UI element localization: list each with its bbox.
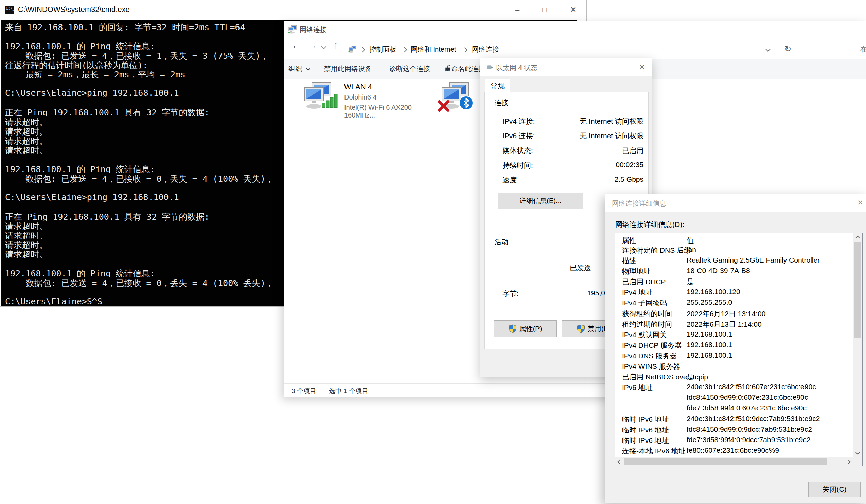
breadcrumb-chevron-icon xyxy=(402,47,407,53)
breadcrumb-network-internet[interactable]: 网络和 Internet xyxy=(411,45,456,54)
wlan4-adapter: Intel(R) Wi-Fi 6 AX200 160MHz... xyxy=(344,104,430,119)
breadcrumb-chevron-icon xyxy=(360,47,365,53)
details-row-property: 连接-本地 IPv6 地址 xyxy=(622,446,687,456)
cmd-titlebar[interactable]: C:\_ C:\WINDOWS\system32\cmd.exe – □ ✕ xyxy=(0,0,586,20)
diagnose-connection-button[interactable]: 诊断这个连接 xyxy=(389,64,430,74)
details-table[interactable]: 属性 值 连接特定的 DNS 后缀lan 描述Realtek Gaming 2.… xyxy=(614,233,863,466)
address-bar[interactable]: 控制面板 网络和 Internet 网络连接 ↻ xyxy=(344,40,852,58)
tab-general[interactable]: 常规 xyxy=(485,79,510,93)
scroll-up-icon[interactable] xyxy=(853,234,862,242)
organize-menu[interactable]: 组织 xyxy=(288,64,310,74)
details-row[interactable]: IPv4 DNS 服务器192.168.100.1 xyxy=(615,351,853,362)
close-button[interactable]: 关闭(C) xyxy=(808,482,861,497)
item-count: 3 个项目 xyxy=(291,387,316,395)
statusbar-separator xyxy=(371,385,371,395)
scroll-right-icon[interactable] xyxy=(844,458,853,466)
details-row[interactable]: IPv4 子网掩码255.255.255.0 xyxy=(615,298,853,309)
connection-details-titlebar[interactable]: 网络连接详细信息 ✕ xyxy=(605,194,866,212)
wlan-adapter-icon xyxy=(297,81,341,112)
connection-row-label: 媒体状态: xyxy=(502,146,533,161)
details-row-value: 240e:3b1:c842:f510:607e:231c:6bc:e90c xyxy=(687,383,816,391)
refresh-icon[interactable]: ↻ xyxy=(785,44,791,54)
connection-row-value: 已启用 xyxy=(622,146,643,161)
list-item-bluetooth[interactable]: 蓝 未 Bl xyxy=(432,80,486,114)
statusbar-separator xyxy=(322,385,322,395)
details-row[interactable]: IPv6 地址240e:3b1:c842:f510:607e:231c:6bc:… xyxy=(615,383,853,393)
ethernet-status-titlebar[interactable]: 以太网 4 状态 ✕ xyxy=(480,58,652,76)
properties-button[interactable]: 属性(P) xyxy=(493,320,557,337)
breadcrumb-location-icon xyxy=(347,45,356,53)
vertical-scrollbar[interactable] xyxy=(853,233,862,466)
cmd-minimize-button[interactable]: – xyxy=(504,0,530,19)
scroll-down-icon[interactable] xyxy=(853,448,862,457)
details-row-value: 192.168.100.120 xyxy=(687,288,740,295)
vertical-scroll-thumb[interactable] xyxy=(854,243,861,338)
footer-divider xyxy=(612,474,855,474)
details-row-value: 192.168.100.1 xyxy=(687,341,732,348)
details-row-property: 已启用 NetBIOS over Tcpip xyxy=(622,372,687,382)
list-item-wlan4[interactable]: WLAN 4 Dolphin6 4 Intel(R) Wi-Fi 6 AX200… xyxy=(294,80,430,114)
breadcrumb-chevron-icon xyxy=(463,47,468,53)
details-row-property: 连接特定的 DNS 后缀 xyxy=(622,246,687,255)
ethernet-status-close-icon[interactable]: ✕ xyxy=(639,63,645,71)
horizontal-scrollbar[interactable] xyxy=(615,458,853,466)
details-row[interactable]: fdc8:4150:9d99:0:607e:231c:6bc:e90c xyxy=(615,393,853,404)
details-row[interactable]: IPv4 默认网关192.168.100.1 xyxy=(615,330,853,341)
details-row[interactable]: 获得租约的时间2022年6月12日 13:14:00 xyxy=(615,309,853,320)
details-row-value: fdc8:4150:9d99:0:607e:231c:6bc:e90c xyxy=(687,393,808,401)
connection-row-label: 持续时间: xyxy=(502,161,533,175)
details-row[interactable]: 租约过期的时间2022年6月13日 1:14:00 xyxy=(615,320,853,330)
scroll-left-icon[interactable] xyxy=(615,458,624,466)
breadcrumb-control-panel[interactable]: 控制面板 xyxy=(369,45,397,54)
connection-row-label: 速度: xyxy=(502,175,519,190)
address-divider xyxy=(777,41,777,58)
details-row[interactable]: IPv4 地址192.168.100.120 xyxy=(615,288,853,298)
sent-label: 已发送 xyxy=(570,263,591,273)
cmd-close-button[interactable]: ✕ xyxy=(560,0,586,19)
details-row-property: 临时 IPv6 地址 xyxy=(622,425,687,435)
details-button[interactable]: 详细信息(E)... xyxy=(498,193,583,209)
details-row[interactable]: 临时 IPv6 地址240e:3b1:c842:f510:9dcc:7ab9:5… xyxy=(615,415,853,425)
details-row-value: 192.168.100.1 xyxy=(687,351,732,359)
connection-details-dialog: 网络连接详细信息 ✕ 网络连接详细信息(D): 属性 值 连接特定的 DNS 后… xyxy=(605,193,866,503)
column-header-value[interactable]: 值 xyxy=(687,236,694,245)
breadcrumb-network-connections[interactable]: 网络连接 xyxy=(472,45,499,54)
details-row-value: fde7:3d58:99f4:0:9dcc:7ab9:531b:e9c2 xyxy=(687,436,810,444)
ethernet-status-title: 以太网 4 状态 xyxy=(496,63,537,72)
details-row-value: 18-C0-4D-39-7A-B8 xyxy=(687,267,750,275)
details-list-label: 网络连接详细信息(D): xyxy=(615,220,684,229)
details-row[interactable]: 已启用 DHCP是 xyxy=(615,277,853,288)
details-row-value: fe80::607e:231c:6bc:e90c%9 xyxy=(687,446,779,454)
address-dropdown-chevron-icon[interactable] xyxy=(765,46,771,52)
details-row[interactable]: fde7:3d58:99f4:0:607e:231c:6bc:e90c xyxy=(615,404,853,414)
search-box[interactable]: 在 xyxy=(857,40,866,58)
details-row[interactable]: 描述Realtek Gaming 2.5GbE Family Controlle… xyxy=(615,256,853,267)
forward-icon[interactable]: → xyxy=(308,40,317,51)
details-row-property: IPv4 地址 xyxy=(622,288,687,297)
details-row[interactable]: 连接特定的 DNS 后缀lan xyxy=(615,246,853,256)
search-box-text: 在 xyxy=(860,45,866,54)
details-row[interactable]: 已启用 NetBIOS over Tcpip是 xyxy=(615,372,853,383)
column-divider[interactable] xyxy=(682,234,683,244)
rename-connection-button[interactable]: 重命名此连接 xyxy=(444,64,485,74)
connection-row: 媒体状态: 已启用 xyxy=(502,146,643,161)
details-row[interactable]: 物理地址18-C0-4D-39-7A-B8 xyxy=(615,267,853,277)
disable-device-button[interactable]: 禁用此网络设备 xyxy=(324,64,372,74)
details-row[interactable]: 临时 IPv6 地址fdc8:4150:9d99:0:9dcc:7ab9:531… xyxy=(615,425,853,436)
details-row-property: 已启用 DHCP xyxy=(622,277,687,287)
recent-locations-chevron-icon[interactable] xyxy=(321,44,327,49)
connection-row: 速度: 2.5 Gbps xyxy=(502,175,643,190)
column-header-property[interactable]: 属性 xyxy=(622,236,636,245)
details-row[interactable]: 临时 IPv6 地址fde7:3d58:99f4:0:9dcc:7ab9:531… xyxy=(615,436,853,446)
details-row[interactable]: 连接-本地 IPv6 地址fe80::607e:231c:6bc:e90c%9 xyxy=(615,446,853,457)
cmd-maximize-button[interactable]: □ xyxy=(532,0,557,19)
back-icon[interactable]: ← xyxy=(291,40,301,51)
up-icon[interactable]: ↑ xyxy=(334,40,338,51)
details-row-value: fde7:3d58:99f4:0:607e:231c:6bc:e90c xyxy=(687,404,807,412)
connection-details-close-icon[interactable]: ✕ xyxy=(857,199,863,207)
details-row[interactable]: IPv4 WINS 服务器 xyxy=(615,362,853,372)
details-row[interactable]: IPv4 DHCP 服务器192.168.100.1 xyxy=(615,341,853,351)
horizontal-scroll-thumb[interactable] xyxy=(624,458,826,465)
details-row-property: 物理地址 xyxy=(622,267,687,276)
connection-row: IPv6 连接: 无 Internet 访问权限 xyxy=(502,131,643,146)
